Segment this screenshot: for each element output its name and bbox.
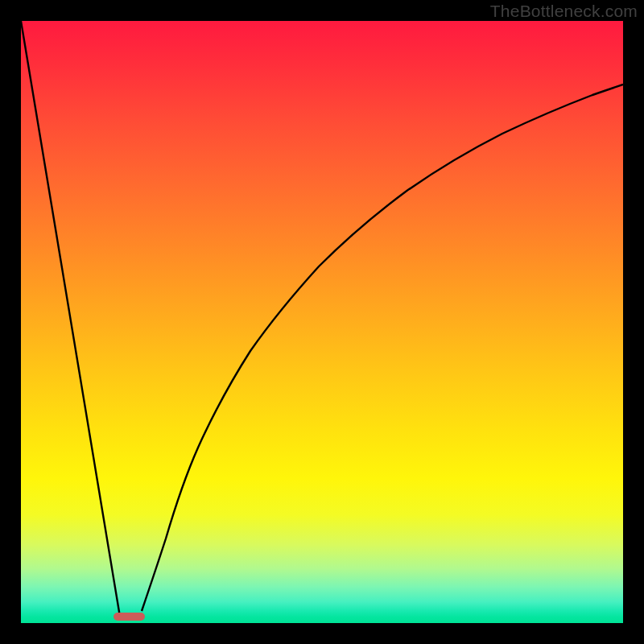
watermark-text: TheBottleneck.com [490,2,638,21]
plot-area [21,21,623,623]
chart-frame: TheBottleneck.com [0,0,644,644]
right-curve-path [142,85,623,611]
bottleneck-marker [114,613,145,621]
line-layer [21,21,623,623]
left-line-path [21,21,120,617]
